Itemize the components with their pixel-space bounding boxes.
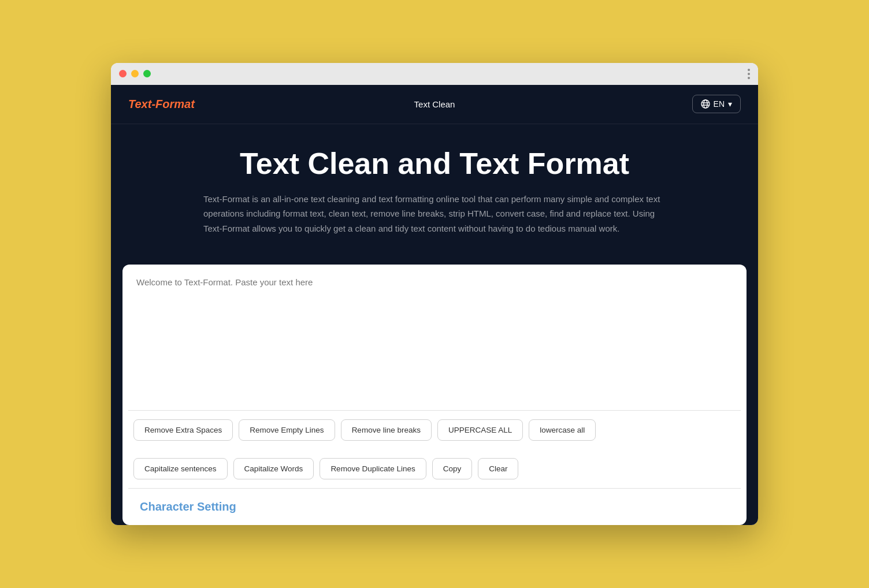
lang-label: EN: [714, 99, 725, 109]
navbar: Text-Format Text Clean EN ▾: [111, 85, 758, 124]
lowercase-all-button[interactable]: lowercase all: [529, 419, 596, 441]
svg-point-0: [701, 100, 710, 108]
buttons-row-1: Remove Extra Spaces Remove Empty Lines R…: [122, 411, 747, 449]
remove-line-breaks-button[interactable]: Remove line breaks: [341, 419, 432, 441]
dot-maximize[interactable]: [143, 70, 151, 77]
logo[interactable]: Text-Format: [128, 98, 195, 111]
capitalize-words-button[interactable]: Capitalize Words: [233, 458, 314, 479]
main-textarea[interactable]: [125, 267, 744, 405]
clear-button[interactable]: Clear: [478, 458, 518, 479]
char-setting-title: Character Setting: [140, 500, 729, 513]
textarea-wrapper: [122, 265, 747, 410]
remove-extra-spaces-button[interactable]: Remove Extra Spaces: [133, 419, 233, 441]
uppercase-all-button[interactable]: UPPERCASE ALL: [437, 419, 523, 441]
dot-close[interactable]: [119, 70, 127, 77]
svg-point-1: [703, 100, 707, 108]
browser-titlebar: [111, 63, 758, 85]
remove-duplicate-lines-button[interactable]: Remove Duplicate Lines: [320, 458, 426, 479]
nav-title: Text Clean: [414, 99, 455, 109]
dot-minimize[interactable]: [131, 70, 139, 77]
app-content: Text-Format Text Clean EN ▾ Text Clean a…: [111, 85, 758, 526]
hero-title: Text Clean and Text Format: [146, 147, 723, 180]
remove-empty-lines-button[interactable]: Remove Empty Lines: [239, 419, 335, 441]
language-selector[interactable]: EN ▾: [692, 95, 741, 113]
hero-description: Text-Format is an all-in-one text cleani…: [203, 192, 666, 236]
hero-section: Text Clean and Text Format Text-Format i…: [111, 124, 758, 265]
capitalize-sentences-button[interactable]: Capitalize sentences: [133, 458, 228, 479]
chevron-down-icon: ▾: [728, 99, 732, 109]
browser-window: Text-Format Text Clean EN ▾ Text Clean a…: [111, 63, 758, 526]
char-setting-section: Character Setting: [122, 489, 747, 525]
browser-dots: [119, 70, 151, 77]
browser-menu-icon[interactable]: [748, 69, 750, 79]
editor-container: Remove Extra Spaces Remove Empty Lines R…: [122, 265, 747, 525]
globe-icon: [701, 99, 710, 109]
copy-button[interactable]: Copy: [432, 458, 473, 479]
buttons-row-2: Capitalize sentences Capitalize Words Re…: [122, 449, 747, 488]
